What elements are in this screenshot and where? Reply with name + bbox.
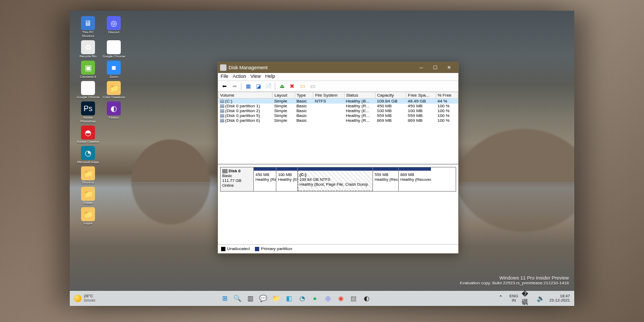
volume-row[interactable]: (C:)SimpleBasicNTFSHealthy (B...109.84 G…	[218, 99, 458, 104]
partition-status: Healthy (Recovery	[375, 177, 397, 182]
back-button[interactable]: ⬅	[220, 82, 229, 91]
volume-list[interactable]: VolumeLayoutTypeFile SystemStatusCapacit…	[218, 92, 458, 165]
eject-button[interactable]: ⏏	[277, 82, 286, 91]
desktop-icon-label: Discord	[102, 31, 126, 34]
column-header[interactable]: Type	[295, 92, 313, 99]
desktop-icon[interactable]: ■Zoom	[102, 61, 126, 79]
partition[interactable]: 450 MB Healthy (Recovery	[254, 167, 276, 191]
window-titlebar[interactable]: Disk Management ─ ☐ ✕	[218, 62, 458, 73]
desktop-icon[interactable]: ◎Discord	[102, 16, 126, 38]
window-title: Disk Management	[229, 65, 414, 70]
toolbar: ⬅ ➡ ▦ ◪ 📄 ⏏ ✖ ▭ ▭	[218, 81, 458, 92]
partition-capacity: 450 MB	[255, 172, 274, 177]
desktop-icon-label: This PC Shortcut	[76, 31, 100, 38]
volume-row[interactable]: (Disk 0 partition 6)SimpleBasicHealthy (…	[218, 118, 458, 123]
properties-button[interactable]: 📄	[264, 82, 273, 91]
forward-button[interactable]: ➡	[230, 82, 239, 91]
graphical-view[interactable]: Disk 0 Basic 111.77 GB Online 450 MB Hea…	[218, 165, 458, 244]
settings-icon[interactable]: ▭	[308, 82, 317, 91]
taskbar-spotify-icon[interactable]: ●	[310, 293, 320, 304]
desktop-icons: 🖥This PC Shortcut◎Discord♻Recycle Bin◉Go…	[76, 16, 126, 225]
taskbar-diskmgmt-icon[interactable]: ▤	[348, 293, 359, 304]
desktop-icon-glyph: ◎	[107, 16, 121, 30]
taskbar-edge-icon[interactable]: ◔	[297, 293, 308, 304]
help-icon[interactable]: ▭	[298, 82, 306, 91]
partition-color-bar	[373, 167, 398, 171]
taskbar-chrome-icon[interactable]: ◉	[335, 293, 346, 304]
disk-icon	[222, 169, 228, 173]
show-hide-tree-button[interactable]: ▦	[244, 82, 252, 91]
desktop-icon[interactable]: 📁Logos	[76, 207, 100, 225]
minimize-button[interactable]: ─	[414, 63, 428, 72]
desktop-icon-label: Google Chrome	[76, 96, 100, 99]
partition-status: Healthy (EFI	[278, 177, 296, 182]
maximize-button[interactable]: ☐	[428, 63, 442, 72]
taskbar-left[interactable]: 28°C Smoke	[70, 294, 96, 303]
desktop-icon[interactable]: ♻Recycle Bin	[76, 40, 100, 58]
column-header[interactable]: Free Spa...	[406, 92, 436, 99]
desktop-icon-glyph: 📁	[81, 187, 95, 201]
taskbar-search-icon[interactable]: 🔍	[232, 293, 243, 304]
desktop-icon[interactable]: PsAdobe Photoshop	[76, 101, 100, 123]
column-header[interactable]: Status	[344, 92, 375, 99]
disk-size: 111.77 GB	[222, 178, 252, 183]
taskbar-explorer-icon[interactable]: 📁	[271, 293, 282, 304]
wifi-icon[interactable]: �礪	[522, 293, 532, 304]
menu-view[interactable]: View	[251, 74, 261, 80]
close-button[interactable]: ✕	[442, 63, 456, 72]
desktop-icon[interactable]: 📁Folder	[76, 187, 100, 205]
tray-chevron-icon[interactable]: ˄	[495, 293, 506, 304]
partition-color-bar	[298, 167, 372, 171]
volume-row[interactable]: (Disk 0 partition 1)SimpleBasicHealthy (…	[218, 104, 458, 108]
partition[interactable]: 100 MB Healthy (EFI	[276, 167, 298, 191]
menu-action[interactable]: Action	[233, 74, 246, 80]
refresh-button[interactable]: ◪	[254, 82, 262, 91]
desktop-icon[interactable]: ◉Google Chrome	[102, 40, 126, 58]
column-header[interactable]: Volume	[218, 92, 273, 99]
partition[interactable]: 559 MB Healthy (Recovery	[373, 167, 399, 191]
desktop-icon[interactable]: ◐Firefox	[102, 101, 126, 123]
weather-desc: Smoke	[84, 298, 96, 303]
weather-icon	[74, 295, 82, 302]
partition[interactable]: 869 MB Healthy (Recovery P:	[399, 167, 431, 191]
delete-icon[interactable]: ✖	[288, 82, 296, 91]
taskbar-start-icon[interactable]: ⊞	[219, 293, 230, 304]
volume-icon[interactable]: 🔉	[536, 293, 546, 304]
desktop-icon-label: Firefox	[102, 116, 126, 120]
legend: Unallocated Primary partition	[218, 244, 458, 253]
window-body: VolumeLayoutTypeFile SystemStatusCapacit…	[218, 92, 458, 253]
taskbar-discord-icon[interactable]: ◎	[323, 293, 333, 304]
desktop-icon[interactable]: ◔Microsoft Edge	[76, 146, 100, 164]
desktop-icon[interactable]: 📁Shortcut	[76, 166, 100, 185]
partition-status: Healthy (Recovery P:	[400, 177, 429, 182]
partition[interactable]: (C:) 109.84 GB NTFS Healthy (Boot, Page …	[298, 167, 373, 191]
volume-row[interactable]: (Disk 0 partition 5)SimpleBasicHealthy (…	[218, 113, 458, 118]
menu-help[interactable]: Help	[265, 74, 275, 80]
partition-capacity: 869 MB	[400, 172, 429, 177]
volume-row[interactable]: (Disk 0 partition 2)SimpleBasicHealthy (…	[218, 108, 458, 113]
desktop-icon-glyph: 📁	[107, 81, 121, 95]
desktop-icon[interactable]: ◓Adobe Creative	[76, 126, 100, 144]
desktop-icon-label: Recycle Bin	[76, 55, 100, 58]
column-header[interactable]: File System	[313, 92, 345, 99]
desktop-icon[interactable]: ▣Camtasia 9	[76, 61, 100, 79]
column-header[interactable]: Capacity	[375, 92, 406, 99]
taskbar-app2-icon[interactable]: ◐	[361, 293, 372, 304]
desktop-icon-glyph: 🖥	[81, 16, 95, 30]
volume-icon	[220, 114, 224, 118]
toolbar-separator	[275, 83, 275, 90]
taskbar-app1-icon[interactable]: ◧	[284, 293, 295, 304]
taskbar-taskview-icon[interactable]: ▥	[245, 293, 256, 304]
taskbar-chat-icon[interactable]: 💬	[258, 293, 269, 304]
column-header[interactable]: Layout	[273, 92, 295, 99]
desktop-icon[interactable]: ◉Google Chrome	[76, 81, 100, 99]
language-indicator[interactable]: ENG IN	[509, 294, 518, 303]
clock[interactable]: 18:47 23-12-2021	[550, 294, 570, 303]
disk-header[interactable]: Disk 0 Basic 111.77 GB Online	[221, 167, 254, 191]
desktop-icon[interactable]: 📁Color Creations	[102, 81, 126, 99]
desktop-icon[interactable]: 🖥This PC Shortcut	[76, 16, 100, 38]
menu-file[interactable]: File	[221, 74, 229, 80]
partition-color-bar	[399, 167, 431, 171]
column-header[interactable]: % Free	[436, 92, 458, 99]
desktop-icon-glyph: ◔	[81, 146, 95, 160]
